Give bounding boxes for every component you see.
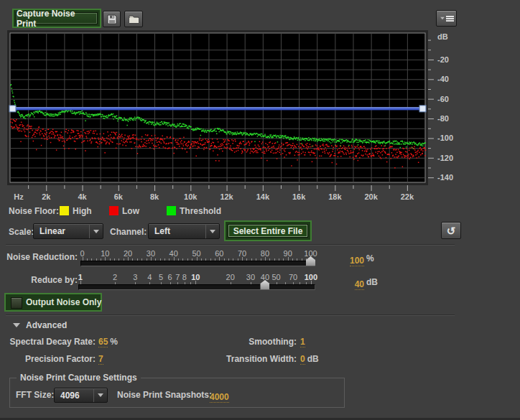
select-entire-file-glow: Select Entire File (224, 220, 312, 241)
y-axis-tick-label: -80 (437, 114, 449, 123)
reduce-by-label: Reduce by: (0, 275, 78, 285)
noise-reduction-value-group: 100 % (327, 253, 413, 266)
smoothing-label: Smoothing: (172, 337, 297, 347)
slider-tick-label: 8 (182, 273, 187, 281)
save-noise-print-button[interactable] (103, 11, 121, 27)
spectrum-plot[interactable]: -20-40-60-80-100-120-140dB2k4k6k8k10k12k… (6, 30, 460, 200)
slider-track[interactable] (80, 261, 315, 266)
slider-tick-label: 30 (246, 273, 255, 281)
y-axis-tick-label: -40 (437, 75, 449, 83)
precision-factor-value[interactable]: 7 (98, 354, 103, 365)
threshold-handle-left[interactable] (9, 106, 16, 112)
precision-factor-group: 7 (98, 354, 103, 365)
save-icon (107, 14, 117, 24)
legend-swatch-threshold (167, 206, 176, 215)
x-axis-tick-label: 14k (256, 192, 270, 200)
precision-factor-label: Precision Factor: (0, 354, 96, 364)
folder-icon (129, 14, 139, 24)
spectral-decay-rate-group: 65 % (98, 337, 118, 347)
spectral-decay-rate-label: Spectral Decay Rate: (0, 337, 96, 347)
scale-value: Linear (34, 226, 89, 236)
noise-print-snapshots-group: 4000 (210, 390, 229, 403)
reduce-by-value[interactable]: 40 (355, 279, 364, 290)
legend-swatch-high (60, 206, 69, 215)
output-noise-only-glow: Output Noise Only (4, 293, 102, 312)
threshold-handle-right[interactable] (419, 106, 426, 112)
fft-size-dropdown[interactable]: 4096 (54, 388, 108, 403)
x-axis-tick-label: 10k (184, 192, 198, 200)
select-entire-file-button[interactable]: Select Entire File (228, 224, 308, 238)
panel-menu-button[interactable] (436, 10, 457, 27)
spectral-decay-rate-value[interactable]: 65 (98, 337, 108, 347)
x-axis-tick-label: 18k (328, 192, 342, 200)
noise-print-snapshots-value[interactable]: 4000 (210, 392, 229, 403)
slider-tick-label: 2 (113, 273, 117, 281)
chevron-down-icon (210, 230, 215, 233)
noise-reduction-label: Noise Reduction: (0, 252, 78, 262)
advanced-header[interactable]: Advanced (26, 320, 67, 330)
x-axis-tick-label: 2k (42, 192, 51, 200)
y-axis-tick-label: -140 (437, 173, 453, 182)
capture-noise-print-glow: Capture Noise Print (12, 9, 101, 28)
legend-label: Noise Floor: (9, 206, 59, 216)
x-axis-origin-label: Hz (14, 192, 24, 200)
slider-track[interactable] (78, 284, 315, 290)
slider-tick-label: 20 (226, 273, 235, 281)
panel-menu-icon (440, 15, 454, 22)
legend-label-high: High (73, 206, 92, 216)
noise-print-capture-settings-group: Noise Print Capture Settings FFT Size: 4… (9, 378, 345, 408)
transition-width-group: 0 dB (300, 354, 319, 365)
capture-noise-print-button[interactable]: Capture Noise Print (16, 12, 98, 24)
slider-tick-label: 50 (271, 273, 280, 281)
y-axis-tick-label: -20 (437, 55, 449, 64)
noise-floor-graph[interactable]: -20-40-60-80-100-120-140dB2k4k6k8k10k12k… (6, 30, 460, 200)
noise-reduction-value[interactable]: 100 (350, 256, 364, 266)
legend-swatch-low (109, 206, 119, 215)
y-axis-tick-label: -100 (437, 134, 453, 142)
x-axis-tick-label: 6k (114, 192, 124, 200)
x-axis-tick-label: 4k (78, 192, 87, 200)
slider-tick-label: 6 (168, 273, 172, 281)
channel-label: Channel: (110, 227, 147, 237)
x-axis-tick-label: 16k (292, 192, 306, 200)
reduce-by-unit: dB (366, 277, 378, 290)
legend-label-threshold: Threshold (180, 206, 221, 216)
transition-width-value[interactable]: 0 (300, 354, 305, 365)
slider-tick-label: 3 (133, 273, 137, 281)
chevron-down-icon (93, 230, 99, 233)
capture-settings-title: Noise Print Capture Settings (17, 373, 141, 383)
advanced-collapse-icon[interactable] (13, 323, 20, 327)
divider (6, 314, 455, 315)
divider (6, 244, 455, 245)
noise-reduction-unit: % (366, 253, 374, 266)
channel-dropdown[interactable]: Left (148, 223, 220, 239)
output-noise-only-label[interactable]: Output Noise Only (26, 297, 101, 307)
fft-size-label: FFT Size: (16, 390, 54, 400)
slider-tick-label: 70 (289, 273, 297, 281)
legend-label-low: Low (122, 206, 139, 216)
slider-tick-label: 4 (147, 273, 152, 281)
smoothing-value[interactable]: 1 (300, 337, 305, 347)
channel-value: Left (149, 226, 205, 236)
reset-button[interactable]: ↺ (441, 222, 461, 239)
x-axis-tick-label: 22k (401, 192, 414, 200)
x-axis-tick-label: 20k (364, 192, 378, 200)
reduce-by-value-group: 40 dB (327, 277, 413, 290)
x-axis-tick-label: 8k (150, 192, 159, 200)
slider-tick-label: 5 (159, 273, 163, 281)
scale-label: Scale: (9, 227, 34, 237)
x-axis-tick-label: 12k (220, 192, 233, 200)
noise-print-snapshots-label: Noise Print Snapshots: (117, 390, 212, 400)
scale-dropdown[interactable]: Linear (33, 223, 103, 239)
slider-tick-label: 7 (175, 273, 180, 281)
load-noise-print-button[interactable] (124, 11, 143, 27)
smoothing-group: 1 (300, 337, 305, 347)
y-axis-tick-label: -60 (437, 95, 449, 103)
y-axis-tick-label: -120 (437, 154, 453, 162)
noise-reduction-panel: Capture Noise Print -20-40-60-80-100-120… (0, 0, 520, 420)
chevron-down-icon (98, 393, 103, 397)
spectral-decay-rate-unit: % (110, 337, 118, 347)
output-noise-only-checkbox[interactable] (11, 297, 22, 309)
transition-width-label: Transition Width: (172, 354, 297, 364)
transition-width-unit: dB (307, 354, 319, 365)
